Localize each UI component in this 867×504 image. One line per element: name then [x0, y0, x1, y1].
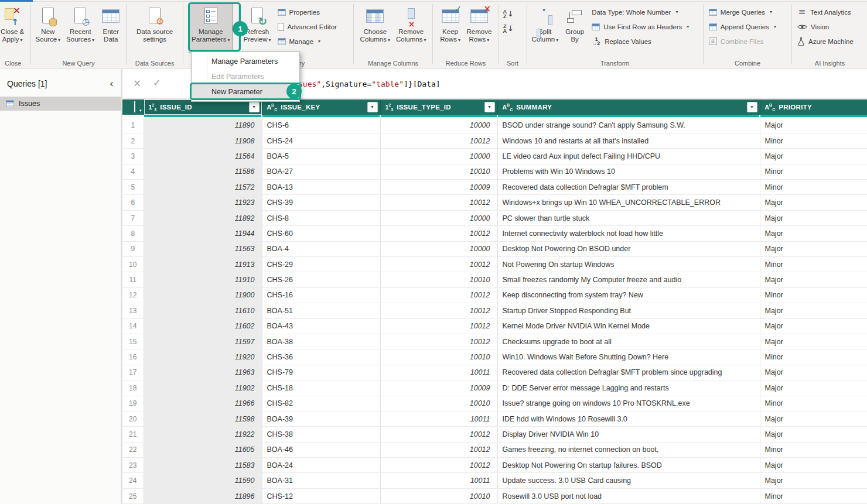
- table-row[interactable]: 24 11590 BOA-31 10011 Update success. 3.…: [122, 473, 867, 488]
- collapse-queries-panel-icon[interactable]: ‹: [110, 77, 114, 90]
- cell-issue-id[interactable]: 11583: [144, 458, 262, 473]
- table-row[interactable]: 3 11564 BOA-5 10000 LE video card Aux in…: [122, 149, 867, 164]
- cell-issue-id[interactable]: 11572: [144, 180, 262, 195]
- cell-issue-type-id[interactable]: 10000: [380, 118, 497, 133]
- cell-issue-id[interactable]: 11597: [144, 334, 262, 349]
- cell-issue-id[interactable]: 11896: [144, 488, 262, 503]
- row-number[interactable]: 16: [122, 349, 144, 365]
- table-row[interactable]: 14 11602 BOA-43 10012 Kernel Mode Driver…: [122, 318, 867, 334]
- use-first-row-as-headers-button[interactable]: Use First Row as Headers▾: [588, 19, 692, 34]
- cell-summary[interactable]: Checksums upgrade to boot at all: [497, 334, 760, 349]
- cell-issue-id[interactable]: 11910: [144, 272, 262, 287]
- table-row[interactable]: 17 11963 CHS-79 10011 Recovered data col…: [122, 365, 867, 380]
- filter-dropdown-icon[interactable]: ▾: [747, 102, 757, 112]
- close-apply-button[interactable]: × ↑ Close & Apply▾: [0, 3, 27, 53]
- cell-priority[interactable]: Major: [760, 303, 867, 318]
- cell-issue-key[interactable]: CHS-6: [262, 118, 380, 133]
- table-row[interactable]: 7 11892 CHS-8 10000 PC slower than turtl…: [122, 210, 867, 225]
- row-number[interactable]: 11: [122, 272, 144, 287]
- cell-issue-id[interactable]: 11944: [144, 226, 262, 241]
- cell-issue-type-id[interactable]: 10012: [380, 133, 497, 148]
- merge-queries-button[interactable]: Merge Queries▾: [705, 5, 780, 19]
- cell-issue-type-id[interactable]: 10000: [380, 210, 497, 225]
- cell-priority[interactable]: Major: [760, 380, 867, 396]
- cell-priority[interactable]: Major: [760, 149, 867, 164]
- table-row[interactable]: 23 11583 BOA-24 10012 Desktop Not Poweri…: [122, 458, 867, 473]
- cell-issue-type-id[interactable]: 10010: [380, 164, 497, 179]
- cell-issue-key[interactable]: CHS-82: [262, 396, 380, 411]
- row-number[interactable]: 3: [122, 149, 144, 164]
- cell-issue-id[interactable]: 11920: [144, 349, 262, 365]
- cell-summary[interactable]: Internet connectivity waterblock not loa…: [497, 226, 760, 241]
- cell-summary[interactable]: Win10. Windows Wait Before Shutting Down…: [497, 349, 760, 365]
- row-number[interactable]: 13: [122, 303, 144, 318]
- cell-priority[interactable]: Major: [760, 195, 867, 210]
- manage-query-button[interactable]: Manage▾: [274, 34, 340, 49]
- cell-issue-type-id[interactable]: 10012: [380, 257, 497, 272]
- table-row[interactable]: 22 11605 BOA-46 10012 Games freezing, no…: [122, 442, 867, 457]
- cell-summary[interactable]: LE video card Aux input defect Failing H…: [497, 149, 760, 164]
- cell-issue-type-id[interactable]: 10011: [380, 473, 497, 488]
- menu-item-new-parameter[interactable]: New Parameter: [192, 84, 299, 100]
- manage-parameters-button[interactable]: Manage Parameters▾: [189, 3, 233, 53]
- cell-summary[interactable]: Display Driver NVIDIA Win 10: [497, 427, 760, 442]
- cell-issue-type-id[interactable]: 10012: [380, 458, 497, 473]
- cell-issue-key[interactable]: CHS-36: [262, 349, 380, 365]
- cell-summary[interactable]: Windows 10 and restarts at all that's in…: [497, 133, 760, 148]
- sort-ascending-button[interactable]: AZ ↓: [501, 6, 516, 21]
- remove-columns-button[interactable]: × Remove Columns▾: [393, 3, 429, 53]
- cell-issue-id[interactable]: 11605: [144, 442, 262, 457]
- cell-summary[interactable]: PC slower than turtle stuck: [497, 210, 760, 225]
- cell-issue-key[interactable]: CHS-24: [262, 133, 380, 148]
- new-source-button[interactable]: New Source▾: [33, 3, 63, 53]
- cell-summary[interactable]: Games freezing, no internet connection o…: [497, 442, 760, 457]
- table-row[interactable]: 15 11597 BOA-38 10012 Checksums upgrade …: [122, 334, 867, 349]
- cell-issue-key[interactable]: CHS-39: [262, 195, 380, 210]
- cell-issue-type-id[interactable]: 10012: [380, 226, 497, 241]
- cell-issue-key[interactable]: BOA-38: [262, 334, 380, 349]
- filter-dropdown-icon[interactable]: ▾: [249, 102, 260, 112]
- cell-priority[interactable]: Major: [760, 241, 867, 256]
- cell-issue-id[interactable]: 11610: [144, 303, 262, 318]
- query-item-issues[interactable]: Issues: [0, 97, 121, 111]
- column-header-issue-type-id[interactable]: 123ISSUE_TYPE_ID ▾: [380, 100, 497, 115]
- table-row[interactable]: 4 11586 BOA-27 10010 Problems with Win 1…: [122, 164, 867, 179]
- cell-issue-type-id[interactable]: 10011: [380, 365, 497, 380]
- cell-summary[interactable]: BSOD under strange sound? Can't apply Sa…: [497, 118, 760, 133]
- row-number[interactable]: 25: [122, 488, 144, 503]
- cell-issue-type-id[interactable]: 10012: [380, 195, 497, 210]
- cell-summary[interactable]: Recovered data collection Defraglar $MFT…: [497, 365, 760, 380]
- cell-priority[interactable]: Minor: [760, 349, 867, 365]
- keep-rows-button[interactable]: ✓ Keep Rows▾: [437, 3, 464, 53]
- enter-data-button[interactable]: Enter Data: [97, 3, 124, 53]
- row-number[interactable]: 1: [122, 118, 144, 133]
- cell-priority[interactable]: Major: [760, 473, 867, 488]
- table-row[interactable]: 18 11902 CHS-18 10009 D: DDE Server erro…: [122, 380, 867, 396]
- cell-summary[interactable]: IDE hdd with Windows 10 Rosewill 3.0: [497, 411, 760, 426]
- table-row[interactable]: 21 11922 CHS-38 10012 Display Driver NVI…: [122, 427, 867, 442]
- row-number[interactable]: 9: [122, 241, 144, 256]
- cell-issue-id[interactable]: 11900: [144, 287, 262, 303]
- cell-priority[interactable]: Minor: [760, 133, 867, 148]
- cell-issue-key[interactable]: CHS-26: [262, 272, 380, 287]
- cell-priority[interactable]: Major: [760, 318, 867, 334]
- cell-issue-id[interactable]: 11913: [144, 257, 262, 272]
- cell-priority[interactable]: Major: [760, 272, 867, 287]
- cell-summary[interactable]: Windows+x brings up Win 10 WHEA_UNCORREC…: [497, 195, 760, 210]
- remove-rows-button[interactable]: × Remove Rows▾: [464, 3, 495, 53]
- row-number[interactable]: 8: [122, 226, 144, 241]
- cell-issue-id[interactable]: 11923: [144, 195, 262, 210]
- cell-issue-key[interactable]: CHS-38: [262, 427, 380, 442]
- cell-issue-key[interactable]: BOA-13: [262, 180, 380, 195]
- cell-issue-type-id[interactable]: 10000: [380, 149, 497, 164]
- row-number[interactable]: 21: [122, 427, 144, 442]
- cell-issue-key[interactable]: BOA-31: [262, 473, 380, 488]
- azure-machine-learning-button[interactable]: Azure Machine: [794, 34, 857, 49]
- cell-issue-type-id[interactable]: 10010: [380, 396, 497, 411]
- row-number[interactable]: 4: [122, 164, 144, 179]
- column-header-summary[interactable]: ABCSUMMARY ▾: [497, 100, 760, 115]
- cell-summary[interactable]: Startup Driver Stopped Responding But: [497, 303, 760, 318]
- cell-issue-id[interactable]: 11598: [144, 411, 262, 426]
- properties-button[interactable]: Properties: [274, 5, 340, 19]
- table-row[interactable]: 13 11610 BOA-51 10012 Startup Driver Sto…: [122, 303, 867, 318]
